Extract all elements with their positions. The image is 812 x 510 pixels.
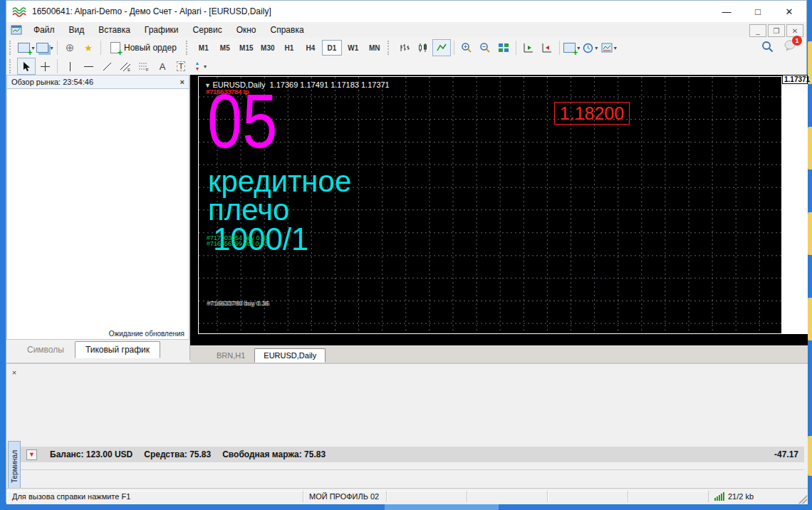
resize-grip[interactable] <box>798 495 807 504</box>
profiles-icon <box>36 43 48 53</box>
line-chart-mode-button[interactable] <box>432 39 451 56</box>
window-maximize-button[interactable]: □ <box>742 1 774 21</box>
chart-tab[interactable]: BRN,H1 <box>207 348 254 363</box>
chevron-down-icon[interactable]: ▾ <box>204 63 207 70</box>
timeframe-button-D1[interactable]: D1 <box>322 40 342 56</box>
balance-row: ▼ Баланс: 123.00 USD Средства: 75.83 Сво… <box>21 447 804 462</box>
status-help-text: Для вызова справки нажмите F1 <box>6 491 303 502</box>
fibonacci-tool-button[interactable]: F <box>135 58 153 75</box>
chevron-down-icon[interactable]: ▾ <box>50 45 53 51</box>
indicators-button[interactable]: + ▾ <box>563 39 581 56</box>
chevron-down-icon[interactable]: ▾ <box>595 45 598 51</box>
timeframe-button-MN[interactable]: MN <box>365 40 385 56</box>
trendline-tool-button[interactable] <box>98 58 116 75</box>
total-profit: -47.17 <box>774 449 798 459</box>
templates-button[interactable]: ▾ <box>600 39 618 56</box>
chart-shift-button[interactable] <box>538 39 556 56</box>
price-target-box[interactable]: 1.18200 <box>554 102 630 125</box>
new-chart-button[interactable]: + ▾ <box>17 39 36 56</box>
menu-item-Вставка[interactable]: Вставка <box>91 23 137 37</box>
market-watch-tab-Символы[interactable]: Символы <box>16 341 75 358</box>
status-profile[interactable]: МОЙ ПРОФИЛЬ 02 <box>303 491 387 502</box>
desktop-folder-icon <box>808 127 812 170</box>
bar-chart-mode-button[interactable] <box>395 39 414 56</box>
timeframe-button-M15[interactable]: M15 <box>236 40 256 56</box>
zoom-in-button[interactable] <box>457 39 476 56</box>
cursor-target-button[interactable]: ⊕ <box>61 39 79 56</box>
chart-minimize-button[interactable]: _ <box>749 24 766 37</box>
annotation-leverage-line2: плечо <box>208 195 289 225</box>
toolbar-grip[interactable] <box>387 41 392 55</box>
arrows-tool-button[interactable]: ▾ <box>190 58 209 75</box>
chart-window-icon <box>11 25 22 35</box>
new-order-icon: + <box>110 42 120 53</box>
terminal-side-tab[interactable]: Терминал <box>8 441 21 492</box>
menu-item-Сервис[interactable]: Сервис <box>186 23 229 37</box>
market-watch-tabs: СимволыТиковый график <box>6 340 189 358</box>
crosshair-tool-button[interactable] <box>36 58 54 75</box>
status-empty-cell <box>467 491 548 502</box>
periods-button[interactable]: ▾ <box>581 39 600 56</box>
window-title: 16500641: Alpari-Demo - Демо Счет - Alpa… <box>32 6 271 16</box>
market-watch-tab-Тиковый график[interactable]: Тиковый график <box>75 341 160 358</box>
close-icon[interactable]: × <box>180 78 184 86</box>
chart-area[interactable]: ▼ EURUSD,Daily 1.17369 1.17491 1.17183 1… <box>190 75 808 345</box>
chevron-down-icon[interactable]: ▾ <box>614 45 617 51</box>
desktop-folder-icon <box>808 436 812 476</box>
price-axis[interactable]: 1.17406 1.17371 <box>782 75 808 334</box>
notifications-button[interactable]: 1 <box>784 40 796 53</box>
toolbar-grip[interactable] <box>9 41 14 55</box>
toolbar-grip[interactable] <box>186 41 191 55</box>
market-watch-header[interactable]: Обзор рынка: 23:54:46 × <box>6 75 189 89</box>
status-empty-cell <box>628 491 709 502</box>
mt4-window: 16500641: Alpari-Demo - Демо Счет - Alpa… <box>6 0 807 503</box>
trendline-icon <box>102 61 113 72</box>
menu-item-Окно[interactable]: Окно <box>229 23 264 37</box>
clock-icon <box>583 43 593 53</box>
window-minimize-button[interactable]: — <box>711 1 742 21</box>
auto-scroll-button[interactable] <box>519 39 538 56</box>
equidistant-channel-tool-button[interactable]: E <box>116 58 135 75</box>
menu-bar: ФайлВидВставкаГрафикиСервисОкноСправка <box>6 22 806 38</box>
chart-plot[interactable]: ▼ EURUSD,Daily 1.17369 1.17491 1.17183 1… <box>198 76 782 334</box>
zoom-out-button[interactable] <box>476 39 494 56</box>
toolbar-grip[interactable] <box>9 59 14 73</box>
chart-restore-button[interactable]: ❐ <box>768 24 785 37</box>
menu-item-Справка[interactable]: Справка <box>264 23 311 37</box>
favorites-button[interactable]: ★ <box>79 39 98 56</box>
horizontal-line-tool-button[interactable] <box>79 58 98 75</box>
star-icon: ★ <box>84 43 93 53</box>
new-order-button[interactable]: + Новый ордер <box>104 39 183 56</box>
market-watch-body[interactable]: Ожидание обновления <box>6 89 189 340</box>
equity-text: Средства: 75.83 <box>144 449 211 459</box>
candlestick-icon <box>417 42 429 53</box>
timeframe-button-M5[interactable]: M5 <box>215 40 235 56</box>
close-icon[interactable]: × <box>9 368 19 378</box>
search-icon[interactable] <box>761 41 774 53</box>
timeframe-button-H1[interactable]: H1 <box>279 40 299 56</box>
vertical-line-tool-button[interactable] <box>61 58 79 75</box>
timeframe-button-H4[interactable]: H4 <box>301 40 321 56</box>
chart-tab[interactable]: EURUSD,Daily <box>254 348 326 363</box>
text-tool-button[interactable]: A <box>153 58 172 75</box>
profiles-button[interactable]: ▾ <box>36 39 54 56</box>
tile-windows-button[interactable] <box>494 39 513 56</box>
mt4-logo-icon <box>12 6 26 17</box>
text-label-tool-button[interactable]: T <box>172 58 190 75</box>
menu-item-Вид[interactable]: Вид <box>62 23 92 37</box>
title-bar[interactable]: 16500641: Alpari-Demo - Демо Счет - Alpa… <box>6 1 806 22</box>
menu-item-Файл[interactable]: Файл <box>26 23 62 37</box>
menu-item-Графики[interactable]: Графики <box>137 23 186 37</box>
chart-shift-icon <box>541 42 553 53</box>
timeframe-button-M1[interactable]: M1 <box>194 40 214 56</box>
timeframe-button-M30[interactable]: M30 <box>258 40 278 56</box>
date-axis[interactable] <box>198 334 782 345</box>
timeframe-button-W1[interactable]: W1 <box>343 40 363 56</box>
candle-chart-mode-button[interactable] <box>414 39 432 56</box>
cursor-tool-button[interactable] <box>17 58 36 75</box>
window-close-button[interactable]: ✕ <box>774 1 805 21</box>
auto-scroll-icon <box>523 42 534 53</box>
standard-toolbar: + ▾ ▾ ⊕ ★ + Новый ордер M1M5M15M30H1H4D1… <box>6 38 806 58</box>
balance-arrow-icon: ▼ <box>26 449 37 460</box>
line-chart-icon <box>436 42 447 53</box>
